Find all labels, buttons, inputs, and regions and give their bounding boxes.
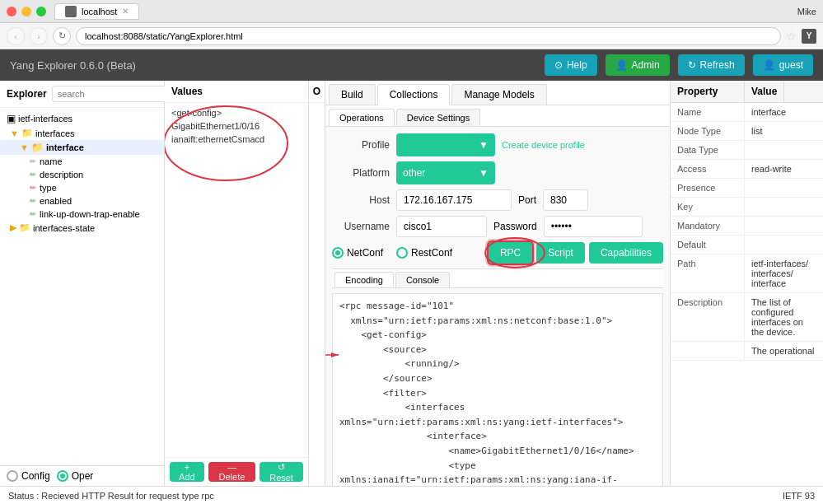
tab-console[interactable]: Console [395, 272, 450, 287]
host-input[interactable] [396, 189, 512, 211]
maximize-button[interactable] [36, 7, 46, 16]
sub-tab-operations[interactable]: Operations [329, 109, 395, 126]
property-panel: Property Value Name interface Node Type … [671, 81, 823, 486]
user-icon: 👤 [615, 59, 628, 71]
prop-row-description: Description The list of configured inter… [671, 293, 823, 342]
status-text: Status : Recieved HTTP Result for reques… [8, 491, 214, 501]
oper-radio[interactable]: Oper [57, 470, 94, 482]
tab-build[interactable]: Build [329, 84, 376, 105]
platform-label: Platform [332, 167, 390, 179]
prop-row-key: Key [671, 198, 823, 217]
sub-tabs: Operations Device Settings [325, 105, 670, 127]
tab-manage-models[interactable]: Manage Models [451, 84, 546, 105]
restconf-radio[interactable]: RestConf [396, 247, 452, 259]
center-body: Profile ▼ Create device profile Platform… [325, 127, 670, 486]
capabilities-button[interactable]: Capabilities [589, 242, 663, 264]
action-buttons: RPC Script Capabilities [489, 242, 663, 264]
protocol-radio-group: NetConf RestConf [332, 244, 452, 262]
close-button[interactable] [7, 7, 16, 16]
sub-tab-device-settings[interactable]: Device Settings [396, 109, 480, 126]
restconf-radio-button[interactable] [396, 247, 408, 259]
property-table: Name interface Node Type list Data Type … [671, 103, 823, 486]
netconf-radio[interactable]: NetConf [332, 247, 383, 259]
tab-close-icon[interactable]: ✕ [122, 7, 129, 16]
o-header: O [309, 81, 325, 103]
o-column: O [309, 81, 325, 486]
prop-row-node-type: Node Type list [671, 122, 823, 141]
property-col-header: Property [671, 81, 745, 102]
value-ianaift: ianaift:ethernetCsmacd [168, 133, 305, 146]
profile-select[interactable]: ▼ [396, 133, 495, 156]
help-button[interactable]: ⊙ Help [545, 54, 597, 76]
bookmark-icon[interactable]: ☆ [786, 30, 797, 43]
user-name: Mike [797, 7, 816, 16]
ietf-badge: IETF 93 [783, 491, 815, 501]
platform-select[interactable]: other ▼ [396, 161, 495, 184]
port-input[interactable] [543, 189, 588, 211]
leaf-enabled-icon: ✏ [30, 197, 36, 205]
reload-button[interactable]: ↻ [53, 27, 71, 45]
leaf-link-icon: ✏ [30, 210, 36, 218]
refresh-button[interactable]: ↻ Refresh [678, 54, 745, 76]
password-input[interactable] [544, 216, 643, 237]
prop-row-default: Default [671, 236, 823, 254]
username-input[interactable] [396, 216, 487, 237]
admin-button[interactable]: 👤 Admin [606, 54, 670, 76]
add-button[interactable]: + Add [170, 462, 204, 482]
titlebar: localhost ✕ Mike [0, 0, 823, 23]
xml-line-7: <filter> [339, 386, 656, 401]
tree-item-type[interactable]: ✏ type [0, 181, 164, 194]
reset-button[interactable]: ↺ Reset [260, 462, 303, 482]
tree-item-ietf-interfaces[interactable]: ▣ ietf-interfaces [0, 111, 164, 126]
delete-button[interactable]: — Delete [208, 462, 255, 482]
tree-item-interfaces-state[interactable]: ▶ 📁 interfaces-state [0, 221, 164, 235]
xml-line-5: <running/> [339, 357, 656, 371]
xml-line-10: <name>GigabitEthernet1/0/16</name> [339, 444, 656, 459]
search-input[interactable] [52, 86, 177, 102]
create-profile-link[interactable]: Create device profile [502, 140, 585, 150]
config-radio-button[interactable] [7, 470, 18, 482]
script-button[interactable]: Script [536, 242, 585, 264]
address-bar[interactable] [76, 27, 781, 45]
config-radio[interactable]: Config [7, 470, 50, 482]
app-title: Yang Explorer 0.6.0 (Beta) [10, 59, 136, 72]
platform-value: other [403, 167, 425, 179]
leaf-red-icon: ✏ [30, 184, 36, 192]
tree-item-description[interactable]: ✏ description [0, 168, 164, 181]
tab-encoding[interactable]: Encoding [334, 272, 394, 287]
prop-row-path: Path ietf-interfaces/ interfaces/ interf… [671, 254, 823, 293]
back-button[interactable]: ‹ [7, 27, 25, 45]
forward-button[interactable]: › [30, 27, 48, 45]
center-panel: Build Collections Manage Models Operatio… [325, 81, 671, 486]
tab-title: localhost [82, 7, 117, 16]
value-gigabit: GigabitEthernet1/0/16 [168, 119, 305, 133]
tab-favicon [65, 6, 77, 17]
prop-row-presence: Presence [671, 179, 823, 198]
protocol-row: NetConf RestConf RPC Script Capabilities [332, 242, 663, 264]
tree-item-interfaces[interactable]: ▼ 📁 interfaces [0, 126, 164, 140]
xml-line-9: <interface> [339, 429, 656, 444]
oper-radio-button[interactable] [57, 470, 68, 482]
tree-item-enabled[interactable]: ✏ enabled [0, 194, 164, 208]
explorer-panel: Explorer ▣ ietf-interfaces ▼ 📁 interface… [0, 81, 165, 486]
rpc-button[interactable]: RPC [489, 242, 532, 264]
tab-collections[interactable]: Collections [377, 84, 451, 105]
value-col-header: Value [745, 81, 784, 102]
folder-icon: ▼ [10, 128, 19, 138]
netconf-radio-button[interactable] [332, 247, 344, 259]
tree: ▣ ietf-interfaces ▼ 📁 interfaces ▼ 📁 int… [0, 108, 164, 465]
minimize-button[interactable] [21, 7, 31, 16]
guest-icon: 👤 [763, 59, 775, 71]
prop-row-data-type: Data Type [671, 141, 823, 160]
profile-label: Profile [332, 139, 390, 151]
tree-item-link-up-down[interactable]: ✏ link-up-down-trap-enable [0, 208, 164, 221]
browser-tab[interactable]: localhost ✕ [54, 3, 139, 20]
prop-row-name: Name interface [671, 103, 823, 122]
tree-item-name[interactable]: ✏ name [0, 155, 164, 168]
leaf-green-icon: ✏ [30, 170, 36, 179]
xml-line-4: <source> [339, 343, 656, 357]
tree-item-interface[interactable]: ▼ 📁 interface [0, 140, 164, 155]
guest-button[interactable]: 👤 guest [753, 54, 813, 76]
oper-label: Oper [72, 470, 94, 482]
bottom-tabs: Encoding Console [332, 268, 663, 288]
